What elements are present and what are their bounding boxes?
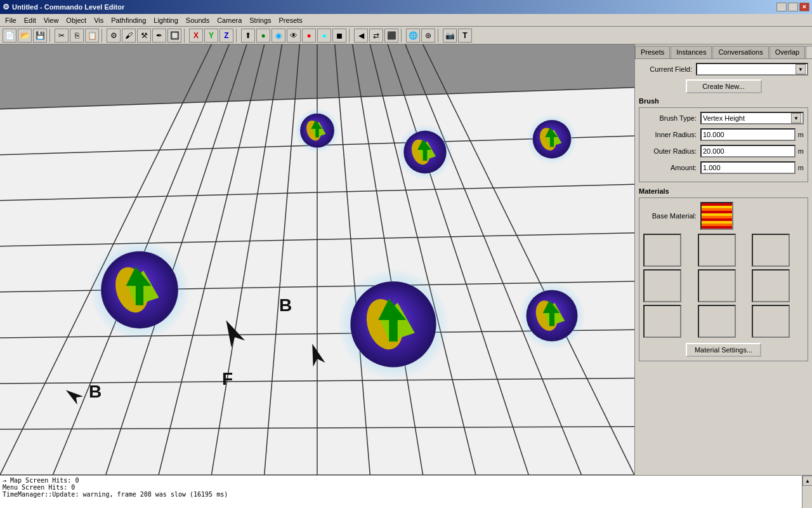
- brush-type-dropdown[interactable]: Vertex Height ▼: [700, 112, 804, 124]
- x-axis-button[interactable]: X: [189, 29, 203, 43]
- menu-bar: File Edit View Object Vis Pathfinding Li…: [0, 14, 812, 27]
- outer-radius-input[interactable]: [700, 145, 796, 157]
- log-line-1: → Map Screen Hits: 0: [3, 477, 799, 484]
- viewport[interactable]: [0, 44, 634, 475]
- tool-red[interactable]: ●: [302, 29, 316, 43]
- amount-input[interactable]: [700, 161, 796, 174]
- copy-button[interactable]: ⎘: [70, 29, 84, 43]
- panel-tabs: Presets Instances Conversations Overlap …: [635, 44, 812, 59]
- base-material-preview[interactable]: [700, 202, 733, 230]
- menu-presets[interactable]: Presets: [275, 15, 306, 25]
- current-field-dropdown[interactable]: ▼: [696, 63, 808, 76]
- tab-overlap[interactable]: Overlap: [769, 46, 806, 58]
- material-cell-6[interactable]: [752, 269, 790, 302]
- tool-box[interactable]: 🔲: [167, 29, 181, 43]
- log-area: → Map Screen Hits: 0 Menu Screen Hits: 0…: [0, 475, 812, 508]
- tool-camera[interactable]: 📷: [443, 29, 457, 43]
- material-cell-7[interactable]: [643, 305, 681, 338]
- create-new-button[interactable]: Create New...: [686, 79, 762, 93]
- tab-conversations[interactable]: Conversations: [712, 46, 768, 58]
- menu-camera[interactable]: Camera: [213, 15, 246, 25]
- paste-button[interactable]: 📋: [85, 29, 99, 43]
- close-button[interactable]: ✕: [799, 3, 809, 11]
- tab-instances[interactable]: Instances: [671, 46, 712, 58]
- tool-cyan[interactable]: ●: [317, 29, 331, 43]
- brush-type-value: Vertex Height: [703, 114, 745, 122]
- tool-up[interactable]: ⬆: [241, 29, 255, 43]
- material-cell-9[interactable]: [752, 305, 790, 338]
- material-cell-1[interactable]: [643, 234, 681, 267]
- tool-green[interactable]: ●: [256, 29, 270, 43]
- minimize-button[interactable]: _: [776, 3, 787, 11]
- tool-text[interactable]: T: [458, 29, 472, 43]
- amount-unit: m: [798, 164, 804, 171]
- inner-radius-unit: m: [798, 131, 804, 138]
- menu-edit[interactable]: Edit: [20, 15, 40, 25]
- save-button[interactable]: 💾: [33, 29, 47, 43]
- open-button[interactable]: 📂: [18, 29, 32, 43]
- brush-type-label: Brush Type:: [643, 114, 700, 122]
- menu-sounds[interactable]: Sounds: [182, 15, 213, 25]
- tool-blue[interactable]: ◉: [272, 29, 285, 43]
- separator-1: [49, 29, 52, 43]
- materials-section-title: Materials: [639, 187, 808, 195]
- log-line-3: TimeManager::Update: warning, frame 208 …: [3, 491, 799, 498]
- tool-square[interactable]: ⬛: [384, 29, 398, 43]
- tab-heightfield[interactable]: Heightfield: [806, 46, 812, 58]
- new-button[interactable]: 📄: [3, 29, 16, 43]
- y-axis-button[interactable]: Y: [204, 29, 218, 43]
- current-field-row: Current Field: ▼: [639, 63, 808, 76]
- material-cell-3[interactable]: [752, 234, 790, 267]
- log-line-2: Menu Screen Hits: 0: [3, 484, 799, 491]
- brush-type-row: Brush Type: Vertex Height ▼: [643, 112, 804, 124]
- material-settings-button[interactable]: Material Settings...: [686, 343, 761, 357]
- material-cell-4[interactable]: [643, 269, 681, 302]
- menu-lighting[interactable]: Lighting: [150, 15, 182, 25]
- amount-label: Amount:: [643, 164, 700, 171]
- tool-eye[interactable]: 👁: [287, 29, 301, 43]
- material-grid: [643, 234, 804, 338]
- cut-button[interactable]: ✂: [55, 29, 69, 43]
- inner-radius-label: Inner Radius:: [643, 131, 700, 138]
- scene-background: [0, 44, 634, 475]
- main-area: Presets Instances Conversations Overlap …: [0, 44, 812, 475]
- outer-radius-label: Outer Radius:: [643, 147, 700, 155]
- separator-6: [401, 29, 403, 43]
- base-material-row: Base Material:: [643, 202, 804, 230]
- current-field-arrow[interactable]: ▼: [796, 64, 806, 74]
- material-cell-8[interactable]: [698, 305, 736, 338]
- menu-object[interactable]: Object: [62, 15, 90, 25]
- menu-strings[interactable]: Strings: [246, 15, 275, 25]
- title-bar-buttons[interactable]: _ □ ✕: [776, 3, 809, 11]
- menu-vis[interactable]: Vis: [90, 15, 107, 25]
- log-scroll-up[interactable]: ▲: [802, 476, 812, 486]
- z-axis-button[interactable]: Z: [219, 29, 233, 43]
- tool-draw[interactable]: ✒: [152, 29, 166, 43]
- separator-7: [438, 29, 440, 43]
- materials-section: Materials Base Material:: [639, 187, 808, 361]
- material-cell-2[interactable]: [698, 234, 736, 267]
- tool-globe[interactable]: 🌐: [406, 29, 420, 43]
- tool-left[interactable]: ◀: [354, 29, 368, 43]
- material-cell-5[interactable]: [698, 269, 736, 302]
- amount-row: Amount: m: [643, 161, 804, 174]
- menu-view[interactable]: View: [40, 15, 63, 25]
- brush-type-arrow[interactable]: ▼: [791, 113, 801, 123]
- separator-5: [349, 29, 351, 43]
- tool-terrain[interactable]: ⚙: [107, 29, 121, 43]
- menu-pathfinding[interactable]: Pathfinding: [107, 15, 150, 25]
- window-title: Untitled - Commando Level Editor: [12, 3, 124, 11]
- outer-radius-unit: m: [798, 147, 804, 155]
- maximize-button[interactable]: □: [788, 3, 798, 11]
- outer-radius-row: Outer Radius: m: [643, 145, 804, 157]
- menu-file[interactable]: File: [1, 15, 20, 25]
- tool-black[interactable]: ◼: [332, 29, 346, 43]
- tool-target[interactable]: ⊛: [421, 29, 435, 43]
- inner-radius-input[interactable]: [700, 128, 796, 141]
- tool-arrows[interactable]: ⇄: [369, 29, 383, 43]
- tab-presets[interactable]: Presets: [635, 46, 670, 58]
- title-bar-left: ⚙ Untitled - Commando Level Editor: [3, 3, 124, 11]
- tool-paint[interactable]: 🖌: [122, 29, 136, 43]
- title-bar: ⚙ Untitled - Commando Level Editor _ □ ✕: [0, 0, 812, 14]
- tool-select[interactable]: ⚒: [137, 29, 151, 43]
